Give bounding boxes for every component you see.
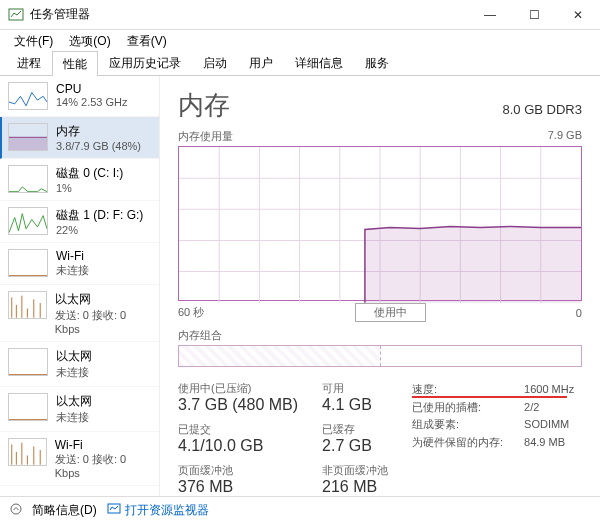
tab-users[interactable]: 用户 <box>238 50 284 75</box>
close-button[interactable]: ✕ <box>556 0 600 30</box>
performance-sidebar: CPU14% 2.53 GHz内存3.8/7.9 GB (48%)磁盘 0 (C… <box>0 76 160 496</box>
stat-label: 可用 <box>322 381 388 396</box>
app-icon <box>8 7 24 23</box>
sidebar-item-sub: 发送: 0 接收: 0 Kbps <box>55 452 151 479</box>
tab-startup[interactable]: 启动 <box>192 50 238 75</box>
comp-segment-available <box>381 346 582 366</box>
sidebar-item-name: 内存 <box>56 123 141 140</box>
sidebar-thumb <box>8 207 48 235</box>
spec-row-1: 已使用的插槽:2/2 <box>412 399 574 417</box>
xaxis-right: 0 <box>576 307 582 319</box>
sidebar-thumb <box>8 393 48 421</box>
memory-capacity: 8.0 GB DDR3 <box>503 102 582 117</box>
sidebar-item-name: 以太网 <box>56 348 92 365</box>
stats-secondary: 速度:1600 MHz已使用的插槽:2/2组成要素:SODIMM为硬件保留的内存… <box>412 381 574 496</box>
sidebar-item-4[interactable]: Wi-Fi未连接 <box>0 243 159 285</box>
stat-value: 216 MB <box>322 478 388 496</box>
sidebar-item-name: 磁盘 1 (D: F: G:) <box>56 207 143 224</box>
menu-view[interactable]: 查看(V) <box>121 31 173 52</box>
svg-point-31 <box>11 504 21 514</box>
tab-performance[interactable]: 性能 <box>52 51 98 76</box>
chevron-up-icon <box>10 503 22 518</box>
stat-value: 2.7 GB <box>322 437 388 455</box>
sidebar-thumb <box>8 165 48 193</box>
open-resource-monitor-link[interactable]: 打开资源监视器 <box>107 502 209 519</box>
spec-key: 为硬件保留的内存: <box>412 434 502 452</box>
chart-bottom-labels: 60 秒 使用中 0 <box>178 303 582 322</box>
composition-label: 内存组合 <box>178 328 582 343</box>
stat-label: 已缓存 <box>322 422 388 437</box>
page-title: 内存 <box>178 88 230 123</box>
spec-val: SODIMM <box>524 416 569 434</box>
main-header: 内存 8.0 GB DDR3 <box>178 88 582 123</box>
stat-label: 页面缓冲池 <box>178 463 298 478</box>
tab-bar: 进程 性能 应用历史记录 启动 用户 详细信息 服务 <box>0 52 600 76</box>
sidebar-item-name: 以太网 <box>55 291 151 308</box>
sidebar-item-6[interactable]: 以太网未连接 <box>0 342 159 387</box>
menu-bar: 文件(F) 选项(O) 查看(V) <box>0 30 600 52</box>
stat-4: 页面缓冲池376 MB <box>178 463 298 496</box>
tab-processes[interactable]: 进程 <box>6 50 52 75</box>
sidebar-item-sub: 未连接 <box>56 365 92 380</box>
sidebar-item-name: CPU <box>56 82 128 96</box>
sidebar-item-name: Wi-Fi <box>56 249 89 263</box>
sidebar-item-7[interactable]: 以太网未连接 <box>0 387 159 432</box>
window-title: 任务管理器 <box>30 6 468 23</box>
sidebar-item-5[interactable]: 以太网发送: 0 接收: 0 Kbps <box>0 285 159 342</box>
menu-options[interactable]: 选项(O) <box>63 31 116 52</box>
stat-label: 使用中(已压缩) <box>178 381 298 396</box>
fewer-details-button[interactable]: 简略信息(D) <box>32 502 97 519</box>
spec-row-3: 为硬件保留的内存:84.9 MB <box>412 434 574 452</box>
menu-file[interactable]: 文件(F) <box>8 31 59 52</box>
spec-val: 2/2 <box>524 399 539 417</box>
chart-top-labels: 内存使用量 7.9 GB <box>178 129 582 144</box>
sidebar-item-0[interactable]: CPU14% 2.53 GHz <box>0 76 159 117</box>
stat-3: 已缓存2.7 GB <box>322 422 388 455</box>
titlebar: 任务管理器 — ☐ ✕ <box>0 0 600 30</box>
memory-composition-bar <box>178 345 582 367</box>
sidebar-item-sub: 14% 2.53 GHz <box>56 96 128 108</box>
stat-0: 使用中(已压缩)3.7 GB (480 MB) <box>178 381 298 414</box>
stats-primary: 使用中(已压缩)3.7 GB (480 MB)可用4.1 GB已提交4.1/10… <box>178 381 388 496</box>
stat-value: 3.7 GB (480 MB) <box>178 396 298 414</box>
sidebar-thumb <box>8 348 48 376</box>
sidebar-item-1[interactable]: 内存3.8/7.9 GB (48%) <box>0 117 159 159</box>
sidebar-thumb <box>8 438 47 466</box>
sidebar-item-name: 以太网 <box>56 393 92 410</box>
sidebar-item-8[interactable]: Wi-Fi发送: 0 接收: 0 Kbps <box>0 432 159 486</box>
content-area: CPU14% 2.53 GHz内存3.8/7.9 GB (48%)磁盘 0 (C… <box>0 76 600 496</box>
sidebar-item-sub: 未连接 <box>56 410 92 425</box>
window-controls: — ☐ ✕ <box>468 0 600 30</box>
sidebar-item-sub: 未连接 <box>56 263 89 278</box>
sidebar-item-name: 磁盘 0 (C: I:) <box>56 165 123 182</box>
stat-value: 4.1 GB <box>322 396 388 414</box>
xaxis-left: 60 秒 <box>178 305 204 320</box>
spec-key: 已使用的插槽: <box>412 399 502 417</box>
stat-label: 已提交 <box>178 422 298 437</box>
minimize-button[interactable]: — <box>468 0 512 30</box>
sidebar-item-sub: 3.8/7.9 GB (48%) <box>56 140 141 152</box>
sidebar-item-name: Wi-Fi <box>55 438 151 452</box>
footer: 简略信息(D) 打开资源监视器 <box>0 496 600 524</box>
sidebar-item-sub: 22% <box>56 224 143 236</box>
resmon-icon <box>107 502 121 519</box>
svg-rect-1 <box>9 137 47 150</box>
spec-val: 84.9 MB <box>524 434 565 452</box>
stat-label: 非页面缓冲池 <box>322 463 388 478</box>
stat-1: 可用4.1 GB <box>322 381 388 414</box>
spec-key: 组成要素: <box>412 416 502 434</box>
sidebar-item-3[interactable]: 磁盘 1 (D: F: G:)22% <box>0 201 159 243</box>
usage-max: 7.9 GB <box>548 129 582 144</box>
tab-services[interactable]: 服务 <box>354 50 400 75</box>
stat-5: 非页面缓冲池216 MB <box>322 463 388 496</box>
tab-details[interactable]: 详细信息 <box>284 50 354 75</box>
tab-apphistory[interactable]: 应用历史记录 <box>98 50 192 75</box>
main-panel: 内存 8.0 GB DDR3 内存使用量 7.9 GB <box>160 76 600 496</box>
sidebar-thumb <box>8 82 48 110</box>
stat-value: 376 MB <box>178 478 298 496</box>
sidebar-item-2[interactable]: 磁盘 0 (C: I:)1% <box>0 159 159 201</box>
usage-label: 内存使用量 <box>178 129 233 144</box>
maximize-button[interactable]: ☐ <box>512 0 556 30</box>
sidebar-item-sub: 发送: 0 接收: 0 Kbps <box>55 308 151 335</box>
stats-section: 使用中(已压缩)3.7 GB (480 MB)可用4.1 GB已提交4.1/10… <box>178 381 582 496</box>
